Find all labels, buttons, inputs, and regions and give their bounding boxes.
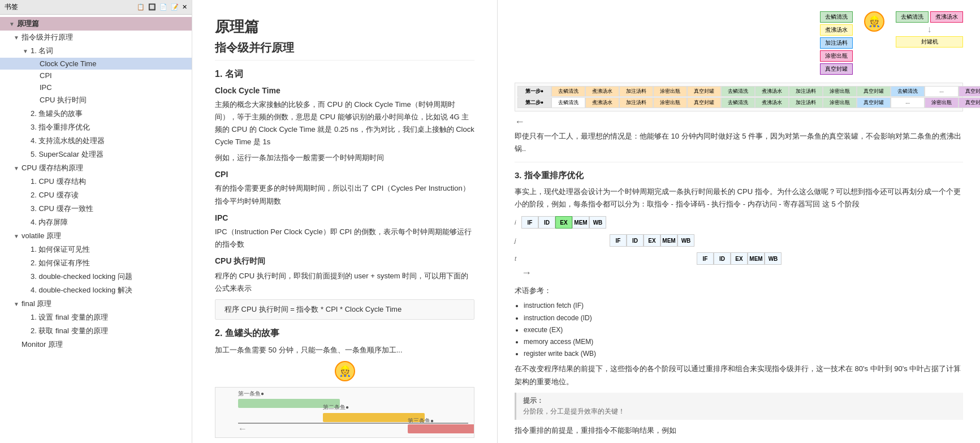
grid-cell-2-13: 真空封罐 (959, 97, 980, 108)
sidebar-header: 书签 📋 🔲 📄 📝 ✕ (0, 0, 192, 15)
right-arrow-icon: → (521, 267, 532, 279)
grid-cell-2-10: 真空封罐 (857, 97, 891, 108)
sidebar-item-pipeline[interactable]: 4. 支持流水线的处理器 (0, 134, 192, 148)
sidebar-item-monitor[interactable]: Monitor 原理 (0, 338, 192, 351)
pc-IF-t: IF (697, 252, 714, 265)
section1-title: 1. 名词 (215, 68, 474, 80)
sidebar-item-cache-read[interactable]: 2. CPU 缓存读 (0, 188, 192, 202)
formula-text: 程序 CPU 执行时间 = 指令数 * CPI * Clock Cycle Ti… (225, 305, 402, 313)
sidebar-item-cache-struct[interactable]: 1. CPU 缓存结构 (0, 175, 192, 188)
term-ID: instruction decode (ID) (524, 313, 963, 324)
dbox-guqingxi: 去鳞清洗 (820, 11, 853, 23)
pipeline-label-t: t (515, 255, 521, 262)
spacer2 (515, 248, 963, 251)
pipeline-label-i: i (515, 219, 521, 226)
term-MEM: memory access (MEM) (524, 337, 963, 347)
fish-pipeline-diagram: 第一条鱼● 第二条鱼● 第三条鱼● ← (215, 387, 474, 438)
sidebar-item-dcl-solve[interactable]: 4. double-checked locking 解决 (0, 283, 192, 297)
arrow-down: ↓ (896, 24, 963, 35)
pc-MEM-1: MEM (572, 216, 589, 229)
pipeline-grid-image: 第一步● 去鳞清洗 煮沸汤水 加注汤料 涂密出瓶 真空封罐 去鳞清洗 煮沸汤水 … (515, 83, 963, 111)
icon1[interactable]: 📋 (137, 3, 145, 11)
dbox-zhushuitang: 煮沸汤水 (820, 24, 853, 36)
doc-title: 原理篇 (215, 17, 474, 37)
cpu-exec-title: CPU 执行时间 (215, 256, 474, 266)
pc-EX-j: EX (644, 234, 660, 247)
pc-MEM-j: MEM (660, 234, 677, 247)
sidebar-item-memory-barrier[interactable]: 4. 内存屏障 (0, 216, 192, 229)
sidebar-item-jiling[interactable]: ▼指令级并行原理 (0, 31, 192, 44)
doc-left-pane: 原理篇 指令级并行原理 1. 名词 Clock Cycle Time 主频的概念… (192, 0, 498, 443)
triangle-icon: ▼ (14, 301, 21, 307)
formula-box: 程序 CPU 执行时间 = 指令数 * CPI * Clock Cycle Ti… (215, 299, 474, 320)
sidebar-tree: ▼原理篇 ▼指令级并行原理 ▼1. 名词 Clock Cycle Time CP… (0, 15, 192, 443)
sidebar-item-cpu-cache[interactable]: ▼CPU 缓存结构原理 (0, 161, 192, 175)
grid-cell-1-4: 涂密出瓶 (653, 86, 687, 97)
hint-title: 提示： (523, 396, 956, 406)
triangle-icon (23, 328, 31, 334)
triangle-icon (23, 206, 31, 212)
sidebar-item-cpu-exec[interactable]: CPU 执行时间 (0, 93, 192, 107)
timeline-arrow: ← (515, 116, 963, 128)
main-area: 原理篇 指令级并行原理 1. 名词 Clock Cycle Time 主频的概念… (192, 0, 980, 443)
term-IF: instruction fetch (IF) (524, 300, 963, 311)
fish-bar1-label: 第一条鱼● (238, 390, 264, 398)
pc-ID-j: ID (627, 234, 644, 247)
grid-cell-2-11: ... (891, 97, 925, 108)
pc-ID-t: ID (714, 252, 731, 265)
sidebar-item-visibility[interactable]: 1. 如何保证可见性 (0, 243, 192, 256)
avatar-icon: 👷 (335, 361, 355, 381)
section3-title: 3. 指令重排序优化 (515, 170, 963, 181)
grid-cell-1-13: 真空封罐 (959, 86, 980, 97)
sidebar-item-final-set[interactable]: 1. 设置 final 变量的原理 (0, 311, 192, 324)
triangle-icon: ▼ (14, 165, 21, 171)
sidebar-item-cache-consistency[interactable]: 3. CPU 缓存一致性 (0, 202, 192, 216)
dbox-tumichao: 涂密出瓶 (820, 50, 853, 62)
doc-right-pane: 去鳞清洗 煮沸汤水 加注汤料 涂密出瓶 真空封罐 👷 去鳞清洗 煮沸汤水 ↓ (498, 0, 980, 443)
hint-text: 分阶段，分工是提升效率的关键！ (523, 407, 956, 416)
triangle-icon (32, 97, 40, 104)
grid-cell-1-3: 加注汤料 (619, 86, 653, 97)
triangle-icon: ▼ (23, 48, 31, 54)
sidebar-item-name[interactable]: ▼1. 名词 (0, 44, 192, 58)
sidebar-item-orderly[interactable]: 2. 如何保证有序性 (0, 256, 192, 270)
grid-cell-2-3: 加注汤料 (619, 97, 653, 108)
pc-EX-t: EX (731, 252, 748, 265)
triangle-icon (23, 274, 31, 280)
icon4[interactable]: 📝 (171, 3, 179, 11)
triangle-icon (23, 192, 31, 199)
sidebar-item-superscalar[interactable]: 5. SuperScalar 处理器 (0, 148, 192, 161)
top-diagram-avatar: 👷 (864, 11, 884, 75)
triangle-icon: ▼ (9, 21, 17, 27)
triangle-icon (23, 111, 31, 117)
dbox-zhenkong: 真空封罐 (820, 63, 853, 75)
sidebar-item-fish[interactable]: 2. 鱼罐头的故事 (0, 107, 192, 121)
sidebar-item-reorder[interactable]: 3. 指令重排序优化 (0, 121, 192, 134)
grid-cell-1-1: 去鳞清洗 (551, 86, 585, 97)
grid-cell-1-8: 加注汤料 (789, 86, 823, 97)
triangle-icon (32, 61, 40, 67)
close-icon[interactable]: ✕ (182, 3, 187, 11)
sidebar-item-clock-cycle[interactable]: Clock Cycle Time (0, 58, 192, 70)
pc-WB-j: WB (677, 234, 694, 247)
clock-cycle-text: 主频的概念大家接触的比较多，而 CPU 的 Clock Cycle Time（时… (215, 98, 474, 148)
sidebar-item-yuanli[interactable]: ▼原理篇 (0, 17, 192, 31)
sidebar-item-volatile[interactable]: ▼volatile 原理 (0, 229, 192, 243)
sidebar-item-dcl-problem[interactable]: 3. double-checked locking 问题 (0, 270, 192, 283)
triangle-icon: ▼ (14, 35, 21, 41)
sidebar-item-cpi[interactable]: CPI (0, 70, 192, 81)
grid-cell-2-7: 煮沸汤水 (755, 97, 789, 108)
sidebar-item-ipc[interactable]: IPC (0, 81, 192, 93)
icon2[interactable]: 🔲 (148, 3, 156, 11)
grid-cell-1-2: 煮沸汤水 (585, 86, 619, 97)
top-diagram-left: 去鳞清洗 煮沸汤水 加注汤料 涂密出瓶 真空封罐 (820, 11, 853, 75)
sidebar-item-final-get[interactable]: 2. 获取 final 变量的原理 (0, 324, 192, 338)
ipc-title: IPC (215, 213, 474, 222)
triangle-icon: ▼ (14, 233, 21, 239)
doc-subtitle: 指令级并行原理 (215, 40, 474, 61)
icon3[interactable]: 📄 (159, 3, 167, 11)
grid-cell-2-6: 去鳞清洗 (721, 97, 755, 108)
sidebar-item-final[interactable]: ▼final 原理 (0, 297, 192, 311)
pc-MEM-t: MEM (748, 252, 765, 265)
ipc-text: IPC（Instruction Per Clock Cycle）即 CPI 的倒… (215, 226, 474, 251)
